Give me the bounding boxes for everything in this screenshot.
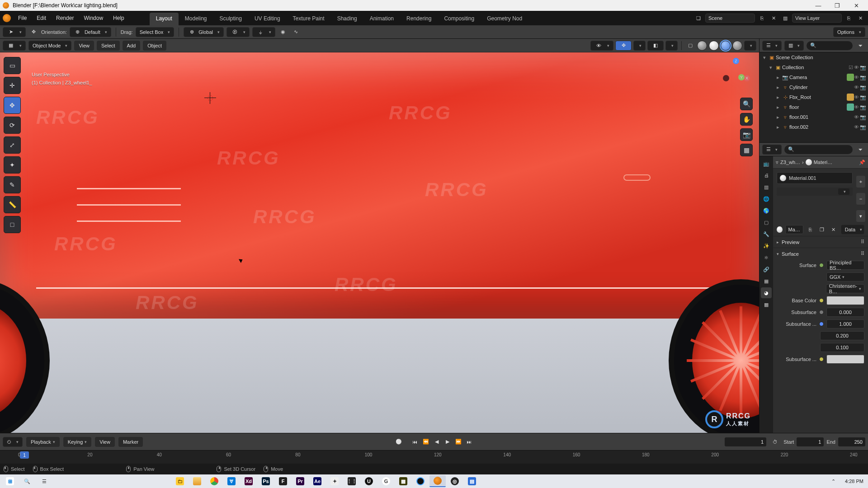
view-layer-field[interactable]: View Layer <box>792 14 842 23</box>
ptab-world[interactable]: 🌎 <box>761 205 772 216</box>
socket-float-icon[interactable] <box>819 310 824 314</box>
ptab-output[interactable]: 🖨 <box>761 170 772 181</box>
tab-uv-editing[interactable]: UV Editing <box>248 13 287 25</box>
tool-move[interactable]: ✥ <box>4 97 21 114</box>
outliner-display-mode[interactable]: ▥ <box>784 41 804 51</box>
scene-browse-icon[interactable]: ❏ <box>693 14 703 23</box>
snap-select[interactable]: ⏚ <box>252 27 275 37</box>
active-tool-select[interactable]: ➤ <box>3 27 26 37</box>
tab-shading[interactable]: Shading <box>331 13 363 25</box>
tool-measure[interactable]: 📏 <box>4 196 21 213</box>
taskbar-figma[interactable]: F <box>275 475 291 487</box>
taskbar-premiere[interactable]: Pr <box>292 475 308 487</box>
start-button[interactable]: ⊞ <box>2 475 18 487</box>
tab-sculpting[interactable]: Sculpting <box>213 13 248 25</box>
taskbar-app6[interactable] <box>412 475 429 487</box>
pivot-select[interactable]: ⦿ <box>226 27 250 37</box>
breadcrumb-object[interactable]: Z3_wh… <box>780 160 800 165</box>
disable-chip[interactable] <box>847 94 854 101</box>
tree-item[interactable]: ▸▿floor.002👁📷 <box>760 122 868 132</box>
xray-toggle[interactable]: ▢ <box>685 41 695 50</box>
gizmo-options[interactable] <box>633 41 646 51</box>
disable-icon[interactable]: 📷 <box>860 104 866 110</box>
taskbar-app[interactable] <box>189 475 205 487</box>
camera-view-button[interactable]: 📷 <box>740 128 753 141</box>
slot-menu[interactable] <box>838 188 850 195</box>
visibility-select[interactable]: 👁 <box>590 41 613 51</box>
taskbar-aftereffects[interactable]: Ae <box>309 475 326 487</box>
proportional-edit-toggle[interactable]: ◉ <box>278 28 288 37</box>
menu-object-3d[interactable]: Object <box>143 41 166 51</box>
eye-icon[interactable]: 👁 <box>854 84 859 90</box>
start-frame-field[interactable]: 1 <box>797 437 824 446</box>
mode-select[interactable]: Object Mode <box>28 41 71 51</box>
menu-edit[interactable]: Edit <box>32 13 51 23</box>
tree-item[interactable]: ▸▿floor👁📷 <box>760 102 868 112</box>
base-color-swatch[interactable] <box>826 296 864 305</box>
shading-options[interactable] <box>744 41 756 51</box>
socket-shader-icon[interactable] <box>819 263 824 267</box>
gizmo-toggle[interactable]: ✥ <box>615 41 632 51</box>
tray-expand[interactable]: ⌃ <box>825 475 841 487</box>
material-slot[interactable]: Material.001 <box>777 172 853 184</box>
orientation-select[interactable]: ⊕Default <box>70 27 111 37</box>
disable-chip[interactable] <box>847 103 854 111</box>
menu-file[interactable]: File <box>14 13 31 23</box>
ptab-object[interactable]: ▢ <box>761 217 772 228</box>
options-dropdown[interactable]: Options <box>833 27 865 37</box>
menu-select-3d[interactable]: Select <box>97 41 120 51</box>
scene-name-field[interactable]: Scene <box>705 14 755 23</box>
perspective-toggle[interactable]: ▦ <box>740 144 753 156</box>
layer-browse-icon[interactable]: ▥ <box>780 14 790 23</box>
zoom-button[interactable]: 🔍 <box>740 98 753 110</box>
playhead[interactable]: 1 <box>20 451 29 459</box>
properties-search[interactable]: 🔍 <box>784 145 853 154</box>
distribution-select[interactable]: GGX <box>826 272 864 282</box>
tree-item[interactable]: ▸▿Cylinder👁📷 <box>760 82 868 92</box>
overlay-toggle[interactable]: ◧ <box>647 41 664 51</box>
subsurface-radius-x[interactable]: 1.000 <box>826 319 864 328</box>
ptab-material[interactable]: ◕ <box>761 287 772 298</box>
window-maximize-button[interactable]: ❐ <box>828 1 846 9</box>
subsurface-color-swatch[interactable] <box>826 355 864 364</box>
layer-new-button[interactable]: ⎘ <box>844 14 854 23</box>
ptab-render[interactable]: 📺 <box>761 158 772 169</box>
panel-surface[interactable]: ▾Surface⠿ <box>773 248 868 259</box>
subsurface-radius-y[interactable]: 0.200 <box>820 331 864 340</box>
eye-icon[interactable]: 👁 <box>854 75 859 80</box>
shading-material[interactable] <box>721 41 731 51</box>
eye-icon[interactable]: 👁 <box>854 124 859 130</box>
window-minimize-button[interactable]: — <box>809 1 827 9</box>
axis-z-icon[interactable]: Z <box>733 58 739 64</box>
taskbar-clock[interactable]: 4:28 PM <box>842 479 866 484</box>
disable-icon[interactable]: 📷 <box>860 94 866 100</box>
material-slot-menu[interactable]: ▾ <box>856 210 865 222</box>
jump-start-button[interactable]: ⏮ <box>410 437 420 447</box>
tool-cursor[interactable]: ✛ <box>4 77 21 94</box>
taskbar-explorer[interactable]: 🗀 <box>172 475 188 487</box>
surface-shader-field[interactable]: Principled BS… <box>826 261 864 270</box>
ptab-physics[interactable]: ⚛ <box>761 252 772 263</box>
socket-color-icon[interactable] <box>819 357 824 361</box>
tree-item[interactable]: ▸▿floor.001👁📷 <box>760 112 868 122</box>
tool-add-primitive[interactable]: □ <box>4 216 21 233</box>
tab-geometry-nodes[interactable]: Geometry Nod <box>481 13 528 25</box>
material-slot-remove[interactable]: − <box>856 193 865 205</box>
editor-type-select[interactable]: ▦ <box>3 41 26 51</box>
use-preview-range[interactable]: ⏱ <box>770 437 780 446</box>
taskbar-unreal[interactable]: U <box>361 475 377 487</box>
tool-select-box[interactable]: ▭ <box>4 57 21 74</box>
tab-compositing[interactable]: Compositing <box>438 13 481 25</box>
current-frame-field[interactable]: 1 <box>725 437 766 446</box>
taskbar-app4[interactable]: G <box>378 475 394 487</box>
axis-y-icon[interactable]: Y <box>738 74 745 80</box>
material-link-mode[interactable]: Data <box>841 225 864 235</box>
navigation-gizmo[interactable]: Z X Y <box>720 60 752 91</box>
taskbar-chrome[interactable] <box>206 475 222 487</box>
transform-space-select[interactable]: ⊕Global <box>184 27 224 37</box>
tab-texture-paint[interactable]: Texture Paint <box>287 13 331 25</box>
tool-scale[interactable]: ⤢ <box>4 136 21 154</box>
ptab-scene[interactable]: 🌐 <box>761 193 772 204</box>
end-frame-field[interactable]: 250 <box>838 437 865 446</box>
socket-color-icon[interactable] <box>819 298 824 303</box>
